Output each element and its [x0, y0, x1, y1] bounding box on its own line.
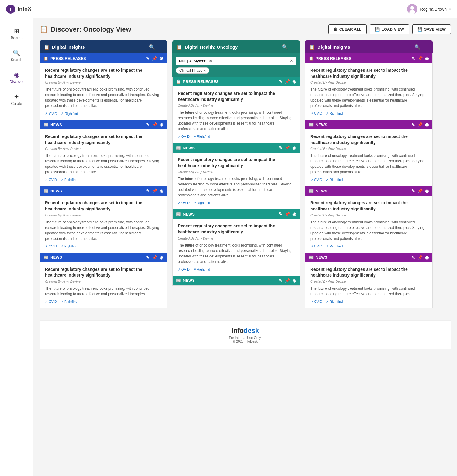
- columns-container: 📋 Digital Insights 🔍 ⋯ 📋 PRESS RELEASES: [40, 40, 451, 308]
- news-icon-1c: 📰: [44, 255, 48, 260]
- col1-news3-pin-icon[interactable]: 📌: [152, 255, 157, 260]
- col2-news1-rss-icon[interactable]: ◉: [292, 145, 296, 150]
- col1-art1-link-ovid[interactable]: ↗ OVID: [45, 112, 57, 116]
- col1-news2-edit-icon[interactable]: ✎: [146, 188, 150, 193]
- col3-news3-rss-icon[interactable]: ◉: [425, 255, 429, 260]
- col2-news2-rss-icon[interactable]: ◉: [292, 212, 296, 216]
- save-view-button[interactable]: 💾 SAVE VIEW: [412, 24, 451, 34]
- col2-pr-rss-icon[interactable]: ◉: [292, 79, 296, 84]
- col1-news3-rss-icon[interactable]: ◉: [160, 255, 163, 260]
- col2-art3-link-ovid[interactable]: ↗ OVID: [178, 267, 190, 271]
- col3-pr-edit-icon[interactable]: ✎: [411, 56, 415, 61]
- sidebar-item-curate[interactable]: ✦ Curate: [3, 90, 30, 109]
- col2-search-icon[interactable]: 🔍: [282, 44, 288, 50]
- col2-tag-close-icon[interactable]: ✕: [204, 69, 206, 72]
- col2-art1-link-ovid[interactable]: ↗ OVID: [178, 135, 190, 139]
- col1-section-news1-bar: 📰 NEWS ✎ 📌 ◉: [40, 120, 167, 129]
- user-menu[interactable]: Regina Brown ▾: [407, 4, 451, 14]
- app-logo[interactable]: I InfoX: [6, 5, 31, 14]
- col3-search-icon[interactable]: 🔍: [414, 44, 420, 50]
- col1-search-icon[interactable]: 🔍: [149, 44, 155, 50]
- col3-art2-link-ovid[interactable]: ↗ OVID: [310, 178, 322, 182]
- col3-news2-pin-icon[interactable]: 📌: [417, 188, 423, 193]
- col3-article-4: Recent regulatory changes are set to imp…: [305, 262, 432, 308]
- col3-art1-link-rightfind[interactable]: ↗ Rightfind: [326, 112, 343, 116]
- col2-pr-edit-icon[interactable]: ✎: [279, 79, 282, 84]
- col2-news1-label: NEWS: [183, 146, 195, 150]
- col3-news3-label: NEWS: [316, 255, 327, 260]
- col3-art1-author: Created By Amy Devine: [310, 81, 428, 84]
- col2-header: 📋 Digital Health: Oncology 🔍 ⋯: [172, 40, 300, 53]
- col1-menu-icon[interactable]: ⋯: [158, 44, 163, 50]
- col1-pr-pin-icon[interactable]: 📌: [152, 56, 157, 61]
- col1-news2-rss-icon[interactable]: ◉: [160, 188, 163, 193]
- col2-clinical-phase-tag[interactable]: Clinical Phase ✕: [176, 67, 209, 74]
- col1-pr-edit-icon[interactable]: ✎: [146, 56, 150, 61]
- col2-art3-link-rightfind[interactable]: ↗ Rightfind: [193, 267, 210, 271]
- col3-art4-link-ovid[interactable]: ↗ OVID: [310, 300, 322, 304]
- col2-art2-link-ovid[interactable]: ↗ OVID: [178, 201, 190, 205]
- col3-news3-edit-icon[interactable]: ✎: [411, 255, 415, 260]
- col2-news2-pin-icon[interactable]: 📌: [285, 212, 290, 216]
- col1-news3-edit-icon[interactable]: ✎: [146, 255, 150, 260]
- col2-article-3: Recent regulatory changes are set to imp…: [173, 219, 300, 275]
- col3-menu-icon[interactable]: ⋯: [424, 44, 428, 50]
- col2-search-clear-icon[interactable]: ✕: [290, 58, 293, 63]
- col1-news1-pin-icon[interactable]: 📌: [152, 122, 157, 127]
- boards-icon: ⊞: [14, 27, 19, 35]
- col1-pr-rss-icon[interactable]: ◉: [160, 56, 163, 61]
- page-title-text: Discover: Oncology View: [51, 26, 131, 33]
- col2-news2-edit-icon[interactable]: ✎: [279, 212, 282, 216]
- col2-art1-link-rightfind[interactable]: ↗ Rightfind: [193, 135, 210, 139]
- col3-art4-link-rightfind[interactable]: ↗ Rightfind: [326, 300, 343, 304]
- col3-news2-rss-icon[interactable]: ◉: [425, 188, 429, 193]
- col2-search-field[interactable]: [179, 59, 288, 63]
- col1-art4-link-ovid[interactable]: ↗ OVID: [45, 300, 57, 304]
- col1-art1-link-rightfind[interactable]: ↗ Rightfind: [61, 112, 78, 116]
- col1-pr-label: PRESS RELEASES: [50, 56, 86, 61]
- col2-news1-pin-icon[interactable]: 📌: [285, 145, 290, 150]
- col3-news2-edit-icon[interactable]: ✎: [411, 188, 415, 193]
- col1-art2-link-rightfind[interactable]: ↗ Rightfind: [61, 178, 77, 182]
- col2-art2-link-rightfind[interactable]: ↗ Rightfind: [193, 201, 210, 205]
- col3-pr-rss-icon[interactable]: ◉: [425, 56, 429, 61]
- col3-art3-link-rightfind[interactable]: ↗ Rightfind: [326, 244, 343, 248]
- col1-art3-link-ovid[interactable]: ↗ OVID: [45, 244, 57, 248]
- col2-news3-pin-icon[interactable]: 📌: [285, 278, 290, 283]
- col3-pr-pin-icon[interactable]: 📌: [417, 56, 423, 61]
- top-nav: I InfoX Regina Brown ▾: [0, 0, 457, 18]
- col3-art3-link-ovid[interactable]: ↗ OVID: [310, 244, 322, 248]
- sidebar-item-discover[interactable]: ◉ Discover: [3, 68, 30, 87]
- col3-news1-edit-icon[interactable]: ✎: [411, 122, 415, 127]
- col2-search-input-wrapper[interactable]: ✕: [176, 57, 296, 65]
- col3-news3-pin-icon[interactable]: 📌: [417, 255, 423, 260]
- col2-news3-edit-icon[interactable]: ✎: [279, 278, 282, 283]
- col1-art4-link-rightfind[interactable]: ↗ Rightfind: [61, 300, 77, 304]
- col3-art2-title: Recent regulatory changes are set to imp…: [310, 134, 428, 146]
- clear-all-button[interactable]: 🗑 CLEAR ALL: [328, 24, 367, 34]
- col1-art2-link-ovid[interactable]: ↗ OVID: [45, 178, 57, 182]
- col2-news1-edit-icon[interactable]: ✎: [279, 145, 282, 150]
- col2-menu-icon[interactable]: ⋯: [291, 44, 296, 50]
- col1-news2-pin-icon[interactable]: 📌: [152, 188, 157, 193]
- col3-art2-link-rightfind[interactable]: ↗ Rightfind: [326, 178, 343, 182]
- col2-news3-rss-icon[interactable]: ◉: [292, 278, 296, 283]
- col3-art4-links: ↗ OVID ↗ Rightfind: [310, 300, 428, 304]
- col3-news3-icon: 📰: [309, 255, 314, 260]
- col1-art3-link-rightfind[interactable]: ↗ Rightfind: [61, 244, 77, 248]
- col3-art3-author: Created By Amy Devine: [310, 213, 428, 217]
- col1-news1-rss-icon[interactable]: ◉: [160, 122, 163, 127]
- sidebar-item-search[interactable]: 🔍 Search: [3, 46, 30, 65]
- sidebar-item-boards[interactable]: ⊞ Boards: [3, 24, 30, 43]
- load-view-button[interactable]: 💾 LOAD VIEW: [370, 24, 409, 34]
- save-view-label: SAVE VIEW: [424, 27, 446, 32]
- col2-pr-pin-icon[interactable]: 📌: [285, 79, 290, 84]
- col3-art1-link-ovid[interactable]: ↗ OVID: [310, 112, 322, 116]
- col3-news1-rss-icon[interactable]: ◉: [425, 122, 429, 127]
- col3-news1-pin-icon[interactable]: 📌: [417, 122, 423, 127]
- col3-pr-label: PRESS RELEASES: [316, 56, 351, 61]
- col1-news1-edit-icon[interactable]: ✎: [146, 122, 150, 127]
- col3-art3-title: Recent regulatory changes are set to imp…: [310, 200, 428, 212]
- col2-body: 📋 PRESS RELEASES ✎ 📌 ◉ Recent regulatory…: [172, 77, 300, 286]
- col1-art4-title: Recent regulatory changes are set to imp…: [45, 267, 163, 278]
